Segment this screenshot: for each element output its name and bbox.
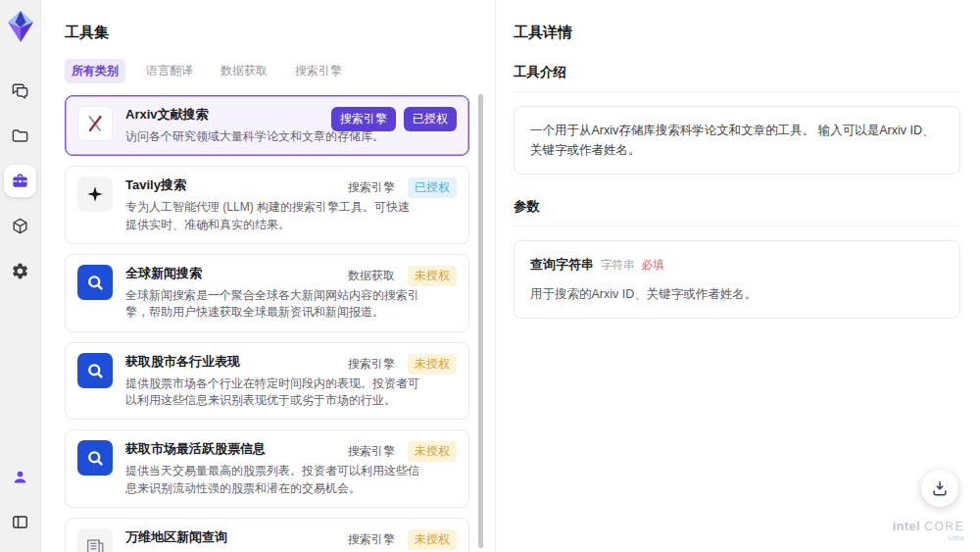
sidebar-item-toolbox[interactable] <box>4 165 36 197</box>
tool-card[interactable]: 获取市场最活跃股票信息提供当天交易量最高的股票列表。投资者可以利用这些信息来识别… <box>65 429 469 508</box>
parameter-name: 查询字符串 <box>530 255 594 276</box>
tool-badges: 搜索引擎未授权 <box>348 441 457 462</box>
tool-description: 提供当天交易量最高的股票列表。投资者可以利用这些信息来识别流动性强的股票和潜在的… <box>125 463 419 497</box>
cube-icon <box>11 217 29 235</box>
tool-card[interactable]: 获取股市各行业表现提供股票市场各个行业在特定时间段内的表现。投资者可以利用这些信… <box>65 342 469 421</box>
gem-logo <box>7 10 34 43</box>
parameter-required-badge: 必填 <box>642 256 664 274</box>
auth-badge: 已授权 <box>408 177 457 198</box>
category-label: 搜索引擎 <box>348 443 395 460</box>
download-icon <box>930 478 950 498</box>
category-label: 搜索引擎 <box>348 356 395 373</box>
tab-language-translation[interactable]: 语言翻译 <box>139 59 200 83</box>
sidebar-item-models[interactable] <box>4 210 36 242</box>
folder-icon <box>11 126 29 145</box>
page-title: 工具集 <box>65 24 495 42</box>
parameter-description: 用于搜索的Arxiv ID、关键字或作者姓名。 <box>530 284 944 304</box>
sparkle-icon <box>77 176 113 212</box>
gear-icon <box>11 262 29 280</box>
chat-icon <box>11 81 29 100</box>
sidebar-item-files[interactable] <box>4 120 36 152</box>
intro-box: 一个用于从Arxiv存储库搜索科学论文和文章的工具。 输入可以是Arxiv ID… <box>514 106 960 175</box>
news-search-icon <box>77 265 113 300</box>
category-label: 搜索引擎 <box>348 179 395 196</box>
brand-core: CORE <box>924 520 964 533</box>
params-heading: 参数 <box>514 198 960 226</box>
category-button[interactable]: 搜索引擎 <box>331 107 396 131</box>
tab-data-fetch[interactable]: 数据获取 <box>214 59 274 83</box>
tool-detail-panel: 工具详情 工具介绍 一个用于从Arxiv存储库搜索科学论文和文章的工具。 输入可… <box>495 0 980 552</box>
newspaper-icon <box>77 528 113 552</box>
tool-list-panel: 工具集 所有类别语言翻译数据获取搜索引擎 Arxiv文献搜索访问各个研究领域大量… <box>41 0 495 552</box>
tool-badges: 搜索引擎已授权 <box>348 177 457 198</box>
auth-badge: 未授权 <box>408 354 457 375</box>
auth-badge: 未授权 <box>408 441 457 462</box>
app-sidebar <box>0 0 41 552</box>
tool-card[interactable]: 全球新闻搜索全球新闻搜索是一个聚合全球各大新闻网站内容的搜索引擎，帮助用户快速获… <box>65 254 469 332</box>
download-button[interactable] <box>921 470 958 507</box>
auth-badge: 未授权 <box>408 266 457 286</box>
parameter-type: 字符串 <box>601 256 635 274</box>
category-label: 搜索引擎 <box>348 531 395 548</box>
auth-button[interactable]: 已授权 <box>404 107 457 131</box>
tool-badges: 搜索引擎未授权 <box>348 529 457 550</box>
stock-search-icon <box>77 440 113 476</box>
params-box: 查询字符串字符串必填用于搜索的Arxiv ID、关键字或作者姓名。 <box>514 240 960 319</box>
tool-description: 专为人工智能代理 (LLM) 构建的搜索引擎工具。可快速提供实时、准确和真实的结… <box>125 199 419 233</box>
tool-card[interactable]: 万维地区新闻查询查询具体行政区划内的新闻，快速了解各地新闻动搜索引擎未授权 <box>65 518 469 552</box>
tab-all-categories[interactable]: 所有类别 <box>65 59 125 83</box>
sidebar-item-user[interactable] <box>4 461 36 493</box>
parameter-item: 查询字符串字符串必填用于搜索的Arxiv ID、关键字或作者姓名。 <box>530 255 944 304</box>
category-tabs: 所有类别语言翻译数据获取搜索引擎 <box>65 59 495 83</box>
toolbox-icon <box>11 172 29 190</box>
parameter-header: 查询字符串字符串必填 <box>530 255 944 276</box>
intro-heading: 工具介绍 <box>514 64 960 92</box>
tool-card[interactable]: Tavily搜索专为人工智能代理 (LLM) 构建的搜索引擎工具。可快速提供实时… <box>65 166 469 244</box>
tool-description: 提供股票市场各个行业在特定时间段内的表现。投资者可以利用这些信息来识别表现优于或… <box>125 376 419 410</box>
detail-title: 工具详情 <box>514 24 960 42</box>
sidebar-bottom <box>4 461 36 538</box>
sidebar-nav <box>4 75 36 287</box>
category-label: 数据获取 <box>348 268 395 284</box>
brand-intel: intel <box>893 519 920 533</box>
tool-badges: 搜索引擎已授权 <box>331 107 457 131</box>
sidebar-item-settings[interactable] <box>4 255 36 287</box>
stock-search-icon <box>77 353 113 388</box>
collapse-panel-icon <box>11 513 29 531</box>
brand-sub: Ultra <box>893 534 964 543</box>
intro-text: 一个用于从Arxiv存储库搜索科学论文和文章的工具。 输入可以是Arxiv ID… <box>530 124 935 157</box>
tool-description: 全球新闻搜索是一个聚合全球各大新闻网站内容的搜索引擎，帮助用户快速获取全球最新资… <box>125 287 419 322</box>
sidebar-item-chat[interactable] <box>4 75 36 107</box>
tool-badges: 搜索引擎未授权 <box>348 354 457 375</box>
sidebar-item-collapse[interactable] <box>4 506 36 538</box>
tool-card[interactable]: Arxiv文献搜索访问各个研究领域大量科学论文和文章的存储库。搜索引擎已授权 <box>65 95 469 156</box>
tool-card-list: Arxiv文献搜索访问各个研究领域大量科学论文和文章的存储库。搜索引擎已授权Ta… <box>65 95 495 552</box>
tool-badges: 数据获取未授权 <box>348 266 457 286</box>
tab-search-engine[interactable]: 搜索引擎 <box>288 59 349 83</box>
arxiv-icon <box>77 106 113 141</box>
scrollbar[interactable] <box>478 94 483 548</box>
auth-badge: 未授权 <box>408 529 457 550</box>
user-avatar-icon <box>11 468 29 486</box>
intel-core-logo: intel CORE Ultra <box>893 517 964 543</box>
